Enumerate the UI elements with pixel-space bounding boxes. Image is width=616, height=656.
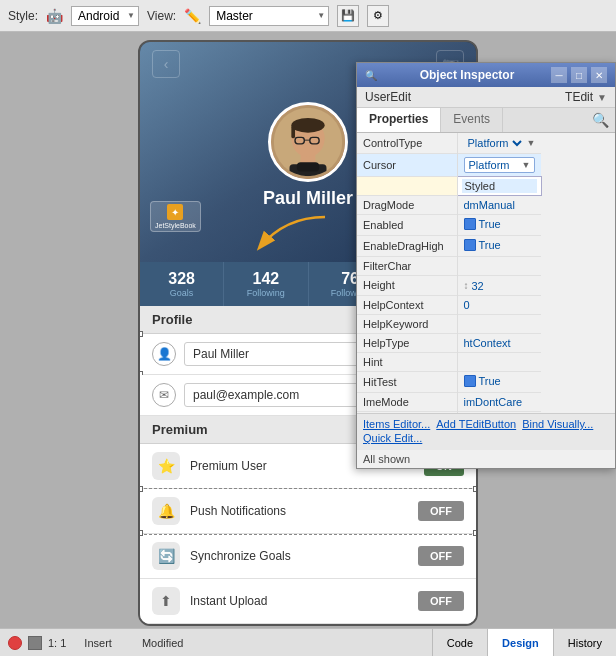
quick-edit-link[interactable]: Quick Edit... [363, 432, 422, 444]
inspector-object-row[interactable]: UserEdit TEdit ▼ [357, 87, 615, 108]
prop-row-helpcontext[interactable]: HelpContext 0 [357, 295, 541, 314]
jetstyle-badge: ✦ JetStyleBook [150, 201, 201, 232]
sync-goals-row: 🔄 Synchronize Goals OFF [140, 534, 476, 579]
status-modified: Modified [130, 637, 196, 649]
enabled-checkbox[interactable] [464, 218, 476, 230]
inspector-close-button[interactable]: ✕ [591, 67, 607, 83]
status-tab-history[interactable]: History [553, 629, 616, 657]
controltype-select[interactable]: Platform [464, 136, 525, 150]
prop-dropdown-styled-val[interactable]: Styled [457, 177, 541, 196]
instant-upload-label: Instant Upload [190, 594, 418, 608]
push-notifications-label: Push Notifications [190, 504, 418, 518]
prop-row-enabledraghigh[interactable]: EnableDragHigh True [357, 236, 541, 257]
prop-val-helpkeyword[interactable] [457, 314, 541, 333]
inspector-object-chevron[interactable]: ▼ [597, 92, 607, 103]
status-square[interactable] [28, 636, 42, 650]
inspector-bottom: Items Editor... Add TEditButton Bind Vis… [357, 413, 615, 450]
save-icon-button[interactable]: 💾 [337, 5, 359, 27]
bind-visually-link[interactable]: Bind Visually... [522, 418, 593, 430]
prop-row-cursor[interactable]: Cursor Platform ▼ [357, 154, 541, 177]
prop-val-hint[interactable] [457, 352, 541, 371]
prop-row-filterchar[interactable]: FilterChar [357, 257, 541, 276]
user-name: Paul Miller [263, 188, 353, 209]
prop-val-controltype[interactable]: Platform ▼ [457, 133, 541, 154]
sel-handle-bl [138, 530, 143, 536]
settings-icon-button[interactable]: ⚙ [367, 5, 389, 27]
prop-row-hittest[interactable]: HitTest True [357, 371, 541, 392]
prop-val-enabledraghigh: True [457, 236, 541, 257]
prop-name-dragmode: DragMode [357, 196, 457, 215]
tab-properties[interactable]: Properties [357, 108, 441, 132]
sync-goals-toggle[interactable]: OFF [418, 546, 464, 566]
push-notifications-toggle[interactable]: OFF [418, 501, 464, 521]
instant-upload-row: ⬆ Instant Upload OFF [140, 579, 476, 624]
prop-name-helpkeyword: HelpKeyword [357, 314, 457, 333]
prop-dropdown-styled[interactable]: Styled [357, 177, 541, 196]
status-tab-code[interactable]: Code [432, 629, 487, 657]
styled-option[interactable]: Styled [462, 179, 537, 193]
prop-name-helpcontext: HelpContext [357, 295, 457, 314]
style-select-wrapper[interactable]: Android [71, 6, 139, 26]
instant-upload-toggle[interactable]: OFF [418, 591, 464, 611]
enabledraghigh-checkbox[interactable] [464, 239, 476, 251]
sync-goals-label: Synchronize Goals [190, 549, 418, 563]
prop-val-height: ↕ 32 [457, 276, 541, 296]
style-label: Style: [8, 9, 38, 23]
jetstyle-label: JetStyleBook [155, 222, 196, 229]
prop-name-filterchar: FilterChar [357, 257, 457, 276]
prop-row-imemode[interactable]: ImeMode imDontCare [357, 392, 541, 411]
prop-val-helptype: htContext [457, 333, 541, 352]
status-tab-design[interactable]: Design [487, 629, 553, 657]
status-left: 1: 1 Insert Modified [0, 636, 195, 650]
view-select[interactable]: Master [209, 6, 329, 26]
tabs-spacer [503, 108, 586, 132]
stat-following-number: 142 [228, 270, 303, 288]
enabledraghigh-checkbox-val: True [464, 239, 501, 251]
inspector-quick-edit-row: Quick Edit... [363, 432, 609, 444]
add-teditbutton-link[interactable]: Add TEditButton [436, 418, 516, 430]
inspector-object-name: UserEdit [365, 90, 565, 104]
prop-row-helptype[interactable]: HelpType htContext [357, 333, 541, 352]
view-select-wrapper[interactable]: Master [209, 6, 329, 26]
svg-rect-11 [297, 162, 319, 171]
prop-val-cursor[interactable]: Platform ▼ [457, 154, 541, 177]
items-editor-link[interactable]: Items Editor... [363, 418, 430, 430]
inspector-maximize-button[interactable]: □ [571, 67, 587, 83]
style-select[interactable]: Android [71, 6, 139, 26]
prop-row-controltype[interactable]: ControlType Platform ▼ [357, 133, 541, 154]
main-area: ‹ 📷 ✦ JetStyleBook [0, 32, 616, 628]
status-coord: 1: 1 [48, 637, 66, 649]
inspector-all-shown[interactable]: All shown [357, 450, 615, 468]
status-bar: 1: 1 Insert Modified Code Design History [0, 628, 616, 656]
hittest-checkbox[interactable] [464, 375, 476, 387]
avatar-container [268, 102, 348, 182]
prop-row-dragmode[interactable]: DragMode dmManual [357, 196, 541, 215]
tab-events[interactable]: Events [441, 108, 503, 132]
prop-row-enabled[interactable]: Enabled True [357, 215, 541, 236]
prop-row-helpkeyword[interactable]: HelpKeyword [357, 314, 541, 333]
prop-name-enabled: Enabled [357, 215, 457, 236]
view-label: View: [147, 9, 176, 23]
status-mode: Insert [72, 637, 124, 649]
status-dot[interactable] [8, 636, 22, 650]
hittest-checkbox-val: True [464, 375, 501, 387]
height-value[interactable]: 32 [472, 280, 484, 292]
enabled-text: True [479, 218, 501, 230]
stat-following: 142 Following [224, 262, 308, 306]
prop-row-hint[interactable]: Hint [357, 352, 541, 371]
prop-row-height[interactable]: Height ↕ 32 [357, 276, 541, 296]
notification-icon: 🔔 [152, 497, 180, 525]
prop-name-hittest: HitTest [357, 371, 457, 392]
inspector-title-buttons: ─ □ ✕ [551, 67, 607, 83]
prop-val-filterchar[interactable] [457, 257, 541, 276]
inspector-minimize-button[interactable]: ─ [551, 67, 567, 83]
height-icon: ↕ [464, 280, 469, 291]
inspector-tabs: Properties Events 🔍 [357, 108, 615, 133]
svg-point-5 [291, 118, 324, 133]
sel-handle-tl [138, 486, 143, 492]
stat-following-label: Following [228, 288, 303, 298]
all-shown-label: All shown [363, 453, 410, 465]
inspector-search-icon[interactable]: 🔍 [586, 108, 615, 132]
prop-name-imemode: ImeMode [357, 392, 457, 411]
premium-icon: ⭐ [152, 452, 180, 480]
